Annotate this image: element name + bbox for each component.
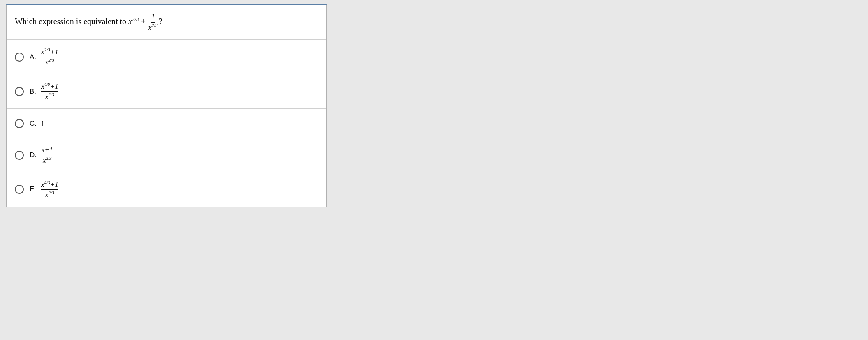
option-b-label: B. <box>30 87 36 96</box>
option-e-math: x4/3+1 x2/3 <box>40 180 59 199</box>
option-a-math: x2/3+1 x2/3 <box>40 47 59 67</box>
option-c-radio[interactable] <box>15 119 24 128</box>
question-container: Which expression is equivalent to x2/3 +… <box>6 4 327 207</box>
option-e-label: E. <box>30 185 36 193</box>
option-c-label: C. <box>30 119 37 128</box>
option-d-math: x+1 x2/3 <box>41 146 54 164</box>
option-b-row[interactable]: B. x4/9+1 x2/3 <box>7 74 326 109</box>
option-a-label: A. <box>30 53 36 61</box>
option-b-math: x4/9+1 x2/3 <box>40 82 59 101</box>
option-d-radio[interactable] <box>15 151 24 160</box>
question-header: Which expression is equivalent to x2/3 +… <box>7 5 326 40</box>
option-e-row[interactable]: E. x4/3+1 x2/3 <box>7 172 326 207</box>
option-a-radio[interactable] <box>15 53 24 62</box>
option-d-label: D. <box>30 151 37 159</box>
option-b-radio[interactable] <box>15 87 24 96</box>
option-c-row[interactable]: C. 1 <box>7 109 326 138</box>
option-c-math: 1 <box>41 119 45 128</box>
option-d-row[interactable]: D. x+1 x2/3 <box>7 138 326 172</box>
question-text: Which expression is equivalent to x2/3 +… <box>15 17 162 26</box>
option-e-radio[interactable] <box>15 185 24 194</box>
option-a-row[interactable]: A. x2/3+1 x2/3 <box>7 40 326 74</box>
